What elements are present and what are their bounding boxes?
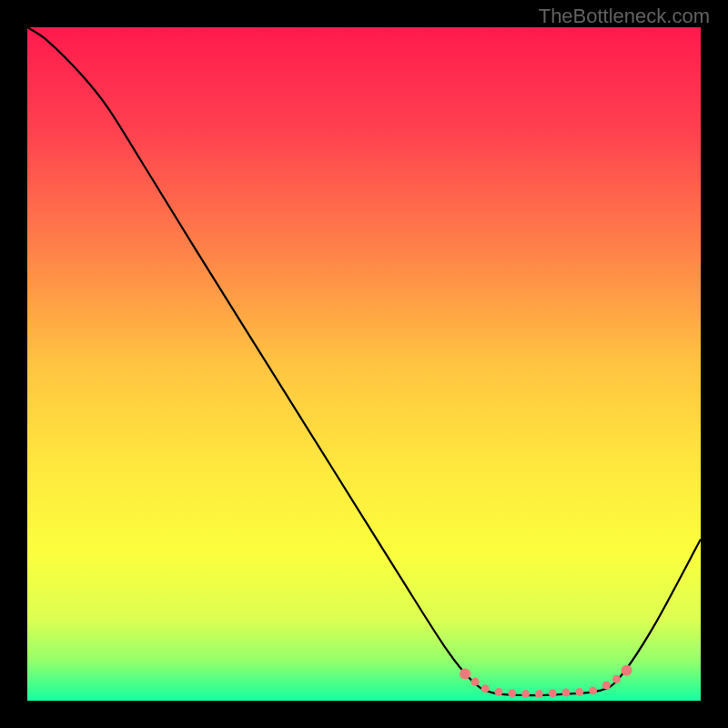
valley-dot (481, 684, 490, 693)
plot-area (27, 27, 701, 701)
valley-dot (508, 689, 516, 697)
valley-dot (602, 681, 611, 689)
valley-dot (612, 675, 621, 683)
gradient-background (27, 27, 701, 701)
watermark-text: TheBottleneck.com (539, 5, 710, 28)
valley-dot (521, 690, 530, 698)
valley-dot (535, 690, 543, 698)
valley-dot (589, 686, 597, 694)
valley-dot (460, 668, 470, 679)
valley-dot (495, 688, 503, 696)
valley-dot (622, 665, 632, 676)
valley-dot (562, 689, 571, 697)
valley-dot (549, 689, 557, 697)
valley-dot (575, 688, 583, 696)
chart-container: TheBottleneck.com (0, 0, 728, 728)
valley-dot (471, 678, 480, 686)
chart-svg (27, 27, 701, 701)
